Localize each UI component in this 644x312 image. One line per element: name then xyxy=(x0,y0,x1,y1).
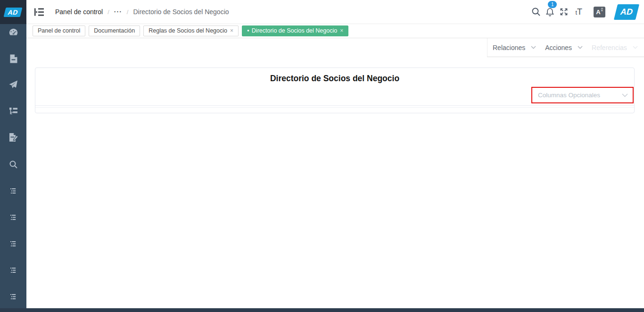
menu-relaciones[interactable]: Relaciones xyxy=(493,44,536,51)
breadcrumb-item-root[interactable]: Panel de control xyxy=(55,8,103,16)
active-tab-dot-icon: ● xyxy=(247,29,249,33)
breadcrumb-separator: / xyxy=(107,8,109,16)
translate-icon[interactable]: A x xyxy=(594,7,605,17)
menu-label: Referencias xyxy=(592,44,627,51)
tree-list-icon xyxy=(10,187,17,196)
bell-icon xyxy=(545,7,554,17)
app-logo-block[interactable]: AD xyxy=(0,0,26,24)
card-divider xyxy=(35,105,634,106)
close-icon[interactable]: × xyxy=(230,27,233,34)
sidebar-item-tree-window-2[interactable] xyxy=(0,211,26,225)
tab-directorio-socios-active[interactable]: ● Directorio de Socios del Negocio × xyxy=(242,25,348,36)
translate-letter: A xyxy=(596,8,600,16)
breadcrumb-separator: / xyxy=(127,8,129,16)
text-size-icon[interactable]: tT xyxy=(575,7,582,17)
sidebar-item-menu-tree[interactable] xyxy=(0,105,26,119)
sidebar-item-search[interactable] xyxy=(0,158,26,172)
sidebar-item-tree-window-4[interactable] xyxy=(0,264,26,278)
notifications-button[interactable]: 1 xyxy=(545,7,554,17)
window-card: Directorio de Socios del Negocio Columna… xyxy=(35,67,635,113)
send-plane-icon xyxy=(8,80,18,91)
tab-panel-de-control[interactable]: Panel de control xyxy=(33,25,85,36)
tree-list-icon xyxy=(10,267,17,275)
fullscreen-icon[interactable] xyxy=(559,7,569,17)
tree-structure-icon xyxy=(9,107,18,117)
notification-badge: 1 xyxy=(548,1,557,8)
window-menubar: Relaciones Acciones Referencias xyxy=(487,38,644,57)
sidebar-item-dashboard[interactable] xyxy=(0,26,26,40)
tab-label: Reglas de Socios del Negocio xyxy=(149,27,227,34)
menu-acciones[interactable]: Acciones xyxy=(545,44,583,51)
breadcrumb-item-current: Directorio de Socios del Negocio xyxy=(133,8,229,16)
open-windows-tabbar: Panel de control Documentación Reglas de… xyxy=(26,24,644,38)
app-logo-icon: AD xyxy=(4,8,23,17)
chevron-down-icon xyxy=(578,46,583,49)
close-icon[interactable]: × xyxy=(340,27,343,34)
menu-unfold-icon[interactable] xyxy=(33,7,45,17)
page-title: Directorio de Socios del Negocio xyxy=(35,74,634,84)
breadcrumb-ellipsis[interactable]: ··· xyxy=(114,8,122,16)
chevron-down-icon xyxy=(531,46,536,49)
tab-label: Documentación xyxy=(94,27,135,34)
chevron-down-icon xyxy=(622,93,628,97)
dashboard-gauge-icon xyxy=(8,28,18,39)
tab-label: Panel de control xyxy=(38,27,80,34)
bottom-status-bar xyxy=(0,308,644,312)
app-window: AD Panel de control / ··· / Directorio d… xyxy=(0,0,644,312)
card-divider xyxy=(35,107,634,108)
tab-documentacion[interactable]: Documentación xyxy=(89,25,140,36)
tab-label: Directorio de Socios del Negocio xyxy=(252,27,337,34)
sidebar-item-documents[interactable] xyxy=(0,52,26,67)
tree-list-icon xyxy=(10,240,17,249)
user-brand-logo-text: AD xyxy=(619,7,634,17)
tab-reglas-socios[interactable]: Reglas de Socios del Negocio × xyxy=(143,25,239,36)
sidebar-item-tree-window-5[interactable] xyxy=(0,290,26,304)
document-icon xyxy=(9,54,17,65)
translate-superscript: x xyxy=(601,8,603,13)
text-size-big-label: T xyxy=(577,7,582,17)
breadcrumb: Panel de control / ··· / Directorio de S… xyxy=(55,8,229,16)
sidebar-item-tree-window-3[interactable] xyxy=(0,237,26,252)
chevron-down-icon xyxy=(633,46,638,49)
optional-columns-select[interactable]: Columnas Opcionales xyxy=(531,87,634,103)
sidebar-item-document-edit[interactable] xyxy=(0,131,26,145)
sidebar-nav xyxy=(0,24,26,308)
document-edit-icon xyxy=(8,133,18,144)
header-actions: 1 tT A x AD xyxy=(531,4,644,20)
menu-label: Acciones xyxy=(545,44,572,51)
user-brand-logo[interactable]: AD xyxy=(614,4,639,20)
tree-list-icon xyxy=(10,293,17,302)
search-icon xyxy=(9,160,18,171)
tree-list-icon xyxy=(10,214,17,222)
header-bar: Panel de control / ··· / Directorio de S… xyxy=(26,0,644,24)
sidebar-item-tree-window-1[interactable] xyxy=(0,185,26,199)
menu-label: Relaciones xyxy=(493,44,525,51)
optional-columns-placeholder: Columnas Opcionales xyxy=(538,92,600,99)
sidebar-item-send[interactable] xyxy=(0,78,26,93)
search-icon[interactable] xyxy=(531,7,541,17)
menu-referencias-disabled: Referencias xyxy=(592,44,638,51)
